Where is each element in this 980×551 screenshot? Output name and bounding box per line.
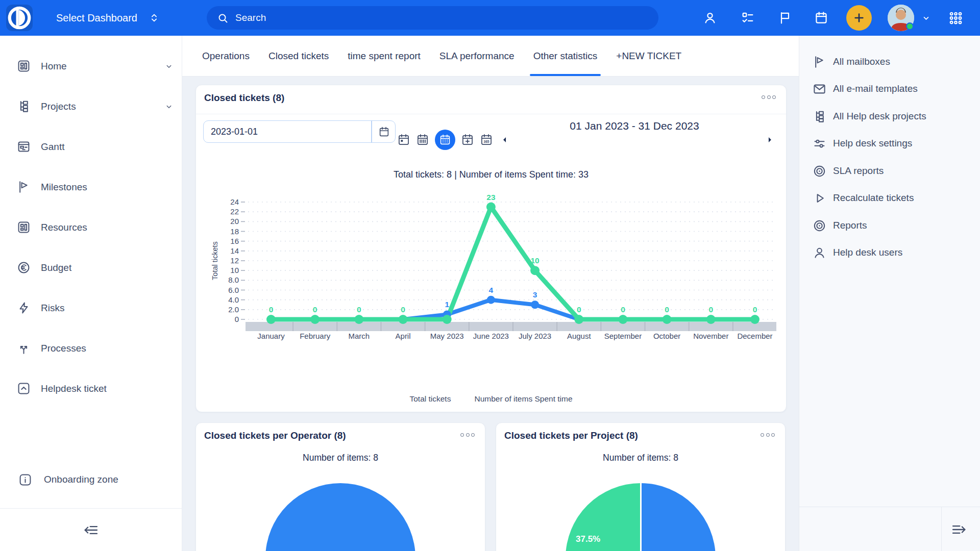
card-menu-button[interactable] (460, 433, 475, 437)
report-date-input[interactable] (204, 127, 357, 137)
milestone-flag-icon (17, 180, 31, 194)
sidebar-item-helpdesk-ticket[interactable]: Helpdesk ticket (0, 368, 182, 409)
view-option-week[interactable] (416, 133, 429, 146)
tab-operations[interactable]: Operations (202, 36, 250, 76)
closed-tickets-per-project-card: Closed tickets per Project (8) Number of… (496, 422, 786, 551)
tab-time-spent-report[interactable]: time spent report (348, 36, 421, 76)
date-picker-button[interactable] (372, 121, 396, 142)
app-logo[interactable] (6, 5, 33, 31)
collapse-panel-button[interactable] (951, 521, 967, 538)
apps-grid-button[interactable] (948, 11, 963, 26)
sidebar-footer-divider (0, 508, 182, 509)
onboarding-zone-label: Onboarding zone (44, 474, 118, 485)
sidebar-item-budget[interactable]: Budget (0, 247, 182, 288)
tab-other-statistics[interactable]: Other statistics (533, 36, 598, 76)
svg-text:Total tickets: Total tickets (211, 241, 219, 280)
user-profile-button[interactable] (703, 11, 717, 25)
svg-text:October: October (653, 332, 680, 340)
search-icon (217, 12, 229, 24)
svg-text:0: 0 (621, 305, 625, 314)
quick-add-button[interactable] (846, 5, 872, 31)
calendar-button[interactable] (814, 11, 828, 25)
next-period-button[interactable] (766, 134, 773, 145)
global-search[interactable] (207, 6, 658, 30)
card-menu-button[interactable] (761, 433, 775, 437)
menu-item-recalculate-tickets[interactable]: Recalculate tickets (799, 185, 980, 212)
pie-slice-divider (640, 483, 642, 551)
main-area: OperationsClosed ticketstime spent repor… (182, 36, 799, 551)
svg-text:January: January (257, 332, 285, 340)
dashboard-selector[interactable]: Select Dashboard (56, 0, 160, 36)
search-input[interactable] (235, 12, 613, 23)
menu-item-all-help-desk-projects[interactable]: All Help desk projects (799, 103, 980, 130)
svg-text:0: 0 (313, 305, 317, 314)
target-icon (813, 164, 826, 178)
tab-new-ticket[interactable]: +NEW TICKET (616, 36, 681, 76)
menu-item-help-desk-users[interactable]: Help desk users (799, 239, 980, 267)
view-option-year[interactable]: 365 (480, 133, 493, 146)
chart-legend: Total tickets Number of items Spent time (196, 394, 786, 404)
sidebar-item-onboarding-zone[interactable]: Onboarding zone (0, 467, 182, 492)
tab-sla-performance[interactable]: SLA performance (439, 36, 514, 76)
card-menu-button[interactable] (762, 95, 776, 99)
sidebar-item-label: Projects (41, 101, 76, 112)
svg-text:0: 0 (235, 315, 239, 323)
menu-item-all-mailboxes[interactable]: All mailboxes (799, 48, 980, 76)
chevron-down-icon[interactable] (164, 102, 174, 111)
svg-text:December: December (737, 332, 772, 340)
view-option-month[interactable] (435, 130, 455, 150)
lightning-icon (17, 301, 31, 315)
svg-text:24: 24 (230, 197, 239, 206)
sidebar-item-risks[interactable]: Risks (0, 288, 182, 328)
svg-text:18: 18 (230, 227, 239, 236)
svg-text:16: 16 (230, 237, 239, 245)
online-status-dot (906, 22, 914, 30)
sidebar-item-processes[interactable]: Processes (0, 328, 182, 368)
dashboard-content: Closed tickets (8) 365 01 Jan 2023 - 31 … (182, 77, 799, 551)
menu-item-help-desk-settings[interactable]: Help desk settings (799, 130, 980, 158)
svg-text:4: 4 (489, 286, 494, 294)
card-header-divider (196, 114, 786, 114)
previous-period-button[interactable] (501, 134, 509, 145)
sidebar-item-gantt[interactable]: Gantt (0, 127, 182, 167)
sidebar-item-label: Risks (41, 303, 64, 314)
chevron-down-icon[interactable] (164, 62, 174, 71)
view-option-day[interactable] (397, 133, 410, 146)
legend-total-tickets[interactable]: Total tickets (409, 394, 451, 404)
menu-item-all-e-mail-templates[interactable]: All e-mail templates (799, 76, 980, 103)
sidebar-item-milestones[interactable]: Milestones (0, 167, 182, 207)
menu-item-sla-reports[interactable]: SLA reports (799, 157, 980, 185)
svg-text:365: 365 (484, 140, 489, 143)
info-icon (18, 473, 32, 486)
menu-item-label: All Help desk projects (833, 111, 926, 122)
sidebar-item-home[interactable]: Home (0, 46, 182, 86)
svg-text:0: 0 (401, 305, 405, 314)
svg-text:14: 14 (230, 246, 239, 255)
topbar: Select Dashboard (0, 0, 980, 36)
tasks-button[interactable] (741, 11, 755, 25)
avatar-menu-chevron[interactable] (921, 13, 931, 23)
milestones-button[interactable] (778, 11, 792, 25)
collapse-sidebar-button[interactable] (83, 522, 99, 538)
person-icon (703, 11, 717, 25)
calendar-icon (814, 11, 828, 25)
expand-right-icon (951, 521, 967, 538)
tab-closed-tickets[interactable]: Closed tickets (268, 36, 329, 76)
chart-totals-line: Total tickets: 8 | Number of items Spent… (196, 169, 786, 180)
view-option-quarter[interactable] (461, 133, 474, 146)
svg-text:0: 0 (577, 305, 581, 314)
svg-text:March: March (349, 332, 370, 340)
flag-icon (778, 11, 792, 25)
svg-text:6.0: 6.0 (228, 286, 239, 294)
sidebar-item-label: Resources (41, 222, 87, 233)
sidebar-item-resources[interactable]: Resources (0, 207, 182, 247)
svg-text:0: 0 (665, 305, 669, 314)
triangle-right-icon (766, 134, 773, 145)
sidebar-item-projects[interactable]: Projects (0, 86, 182, 127)
menu-item-reports[interactable]: Reports (799, 212, 980, 239)
period-view-switcher: 365 (397, 130, 493, 150)
cal-quarter-icon (461, 133, 474, 146)
legend-spent-time[interactable]: Number of items Spent time (474, 394, 572, 404)
chevron-down-icon (921, 13, 931, 23)
cal-day-icon (397, 133, 410, 146)
